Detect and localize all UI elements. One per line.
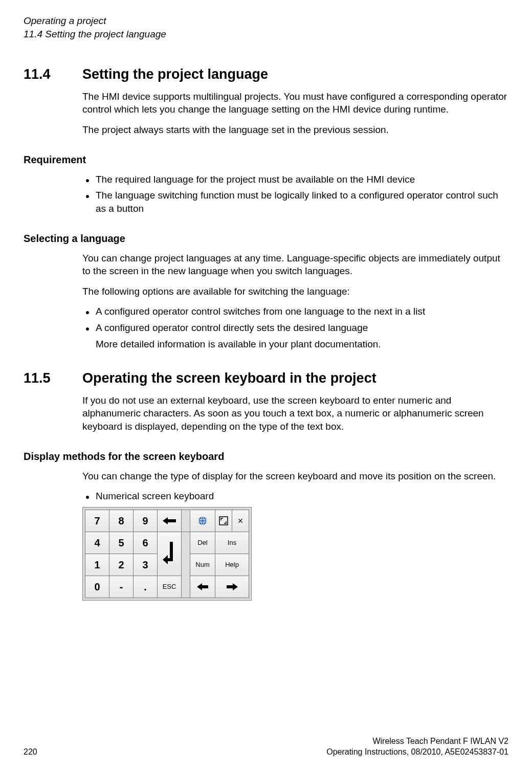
keyboard-divider xyxy=(182,532,190,598)
key-2[interactable]: 2 xyxy=(109,554,134,576)
footer-product: Wireless Teach Pendant F IWLAN V2 xyxy=(326,736,508,747)
globe-icon xyxy=(197,516,208,526)
key-7[interactable]: 7 xyxy=(85,510,109,532)
running-title: Operating a project xyxy=(24,14,508,28)
arrow-left-icon xyxy=(163,517,176,524)
list-item: The required language for the project mu… xyxy=(94,173,507,186)
list-item: Numerical screen keyboard xyxy=(94,490,507,503)
key-9[interactable]: 9 xyxy=(134,510,158,532)
list-item: A configured operator control switches f… xyxy=(94,305,507,318)
list-item: A configured operator control directly s… xyxy=(94,321,507,335)
selecting-language-heading: Selecting a language xyxy=(24,232,508,246)
key-0[interactable]: 0 xyxy=(85,576,109,598)
key-1[interactable]: 1 xyxy=(85,554,109,576)
key-8[interactable]: 8 xyxy=(109,510,134,532)
key-language[interactable] xyxy=(190,510,215,532)
key-backspace[interactable] xyxy=(158,510,182,532)
svg-marker-0 xyxy=(163,517,176,524)
key-enter[interactable] xyxy=(158,532,182,576)
key-left[interactable] xyxy=(190,576,215,598)
key-4[interactable]: 4 xyxy=(85,532,109,554)
selecting-language-list: A configured operator control switches f… xyxy=(82,305,507,334)
key-right[interactable] xyxy=(215,576,249,598)
svg-marker-6 xyxy=(227,583,238,590)
key-num[interactable]: Num xyxy=(190,554,215,576)
numeric-screen-keyboard: 7 8 9 × 4 5 xyxy=(82,507,252,601)
requirement-list: The required language for the project mu… xyxy=(82,173,507,215)
section-title: Operating the screen keyboard in the pro… xyxy=(82,370,376,386)
list-item: The language switching function must be … xyxy=(94,189,507,215)
key-esc[interactable]: ESC xyxy=(158,576,182,598)
key-close[interactable]: × xyxy=(232,510,249,532)
svg-marker-5 xyxy=(197,583,208,590)
arrow-left-icon xyxy=(197,583,208,590)
section-number: 11.4 xyxy=(24,65,82,83)
requirement-heading: Requirement xyxy=(24,153,508,167)
key-minus[interactable]: - xyxy=(109,576,134,598)
key-5[interactable]: 5 xyxy=(109,532,134,554)
key-ins[interactable]: Ins xyxy=(215,532,249,554)
running-header: Operating a project 11.4 Setting the pro… xyxy=(24,14,508,40)
display-methods-list: Numerical screen keyboard xyxy=(82,490,507,503)
page-footer: 220 Wireless Teach Pendant F IWLAN V2 Op… xyxy=(0,736,532,758)
section-11-4-intro-2: The project always starts with the langu… xyxy=(82,123,507,137)
key-help[interactable]: Help xyxy=(215,554,249,576)
section-number: 11.5 xyxy=(24,369,82,387)
enter-icon xyxy=(163,539,176,569)
key-fullscreen[interactable] xyxy=(215,510,232,532)
section-11-5-intro: If you do not use an external keyboard, … xyxy=(82,394,507,433)
arrow-right-icon xyxy=(227,583,238,590)
expand-icon xyxy=(219,516,228,525)
footer-doc-id: Operating Instructions, 08/2010, A5E0245… xyxy=(326,746,508,758)
display-methods-p: You can change the type of display for t… xyxy=(82,470,507,483)
section-11-4-intro-1: The HMI device supports multilingual pro… xyxy=(82,90,507,116)
page-number: 220 xyxy=(24,746,37,758)
display-methods-heading: Display methods for the screen keyboard xyxy=(24,450,508,464)
selecting-language-note: More detailed information is available i… xyxy=(96,338,507,351)
running-subtitle: 11.4 Setting the project language xyxy=(24,28,508,41)
section-11-4-heading: 11.4Setting the project language xyxy=(24,65,508,83)
key-3[interactable]: 3 xyxy=(134,554,158,576)
svg-point-1 xyxy=(198,517,207,525)
key-6[interactable]: 6 xyxy=(134,532,158,554)
selecting-language-p1: You can change project languages at any … xyxy=(82,252,507,278)
keyboard-divider xyxy=(182,510,190,532)
key-del[interactable]: Del xyxy=(190,532,215,554)
section-title: Setting the project language xyxy=(82,67,268,82)
section-11-5-heading: 11.5Operating the screen keyboard in the… xyxy=(24,369,508,387)
key-dot[interactable]: . xyxy=(134,576,158,598)
selecting-language-p2: The following options are available for … xyxy=(82,285,507,298)
